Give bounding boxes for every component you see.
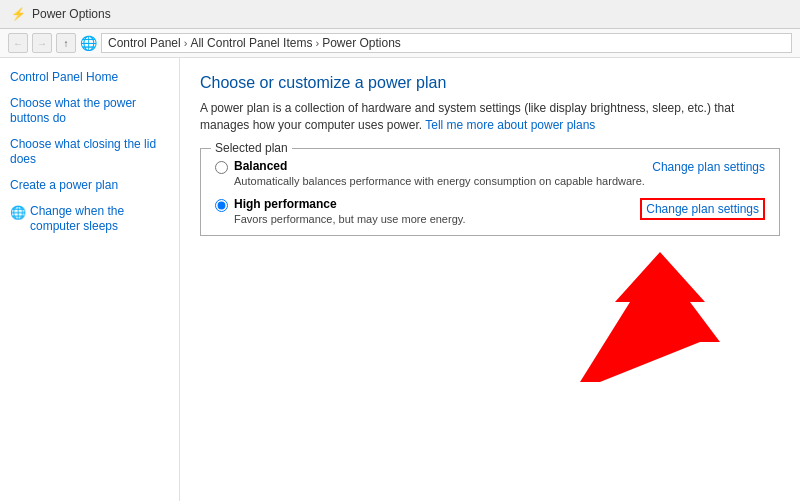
high-performance-settings-link[interactable]: Change plan settings [640,198,765,220]
page-title: Choose or customize a power plan [200,74,780,92]
window-title: Power Options [32,7,111,21]
sidebar-item-power-buttons[interactable]: Choose what the power buttons do [10,96,169,127]
high-performance-plan-details: High performance Favors performance, but… [234,197,640,225]
forward-button[interactable]: → [32,33,52,53]
sidebar-item-create-plan[interactable]: Create a power plan [10,178,169,194]
breadcrumb-power-options[interactable]: Power Options [322,36,401,50]
high-performance-plan-item: High performance Favors performance, but… [215,197,765,225]
back-button[interactable]: ← [8,33,28,53]
high-performance-plan-name: High performance [234,197,640,211]
balanced-radio[interactable] [215,161,228,174]
content-description: A power plan is a collection of hardware… [200,100,780,134]
main-container: Control Panel Home Choose what the power… [0,58,800,501]
svg-marker-1 [580,252,720,382]
globe-icon-small: 🌐 [10,205,26,222]
balanced-plan-item: Balanced Automatically balances performa… [215,159,765,187]
learn-more-link[interactable]: Tell me more about power plans [425,118,595,132]
globe-icon: 🌐 [80,35,97,51]
balanced-plan-desc: Automatically balances performance with … [234,175,652,187]
balanced-plan-details: Balanced Automatically balances performa… [234,159,652,187]
sidebar: Control Panel Home Choose what the power… [0,58,180,501]
breadcrumb-sep-2: › [315,37,319,49]
breadcrumb-all-items[interactable]: All Control Panel Items [190,36,312,50]
balanced-settings-link[interactable]: Change plan settings [652,160,765,174]
arrow-area [200,252,780,392]
breadcrumb-control-panel[interactable]: Control Panel [108,36,181,50]
up-button[interactable]: ↑ [56,33,76,53]
address-bar: ← → ↑ 🌐 Control Panel › All Control Pane… [0,29,800,58]
high-performance-radio[interactable] [215,199,228,212]
plan-group-legend: Selected plan [211,141,292,155]
breadcrumb-sep-1: › [184,37,188,49]
sidebar-item-lid-does[interactable]: Choose what closing the lid does [10,137,169,168]
plan-group: Selected plan Balanced Automatically bal… [200,148,780,236]
address-path: Control Panel › All Control Panel Items … [101,33,792,53]
power-icon: ⚡ [10,6,26,22]
sidebar-item-computer-sleeps[interactable]: 🌐 Change when the computer sleeps [10,204,169,235]
sidebar-item-control-panel-home[interactable]: Control Panel Home [10,70,169,86]
red-arrow-svg [570,252,770,392]
content-area: Choose or customize a power plan A power… [180,58,800,501]
balanced-plan-name: Balanced [234,159,652,173]
high-performance-plan-desc: Favors performance, but may use more ene… [234,213,640,225]
title-bar: ⚡ Power Options [0,0,800,29]
